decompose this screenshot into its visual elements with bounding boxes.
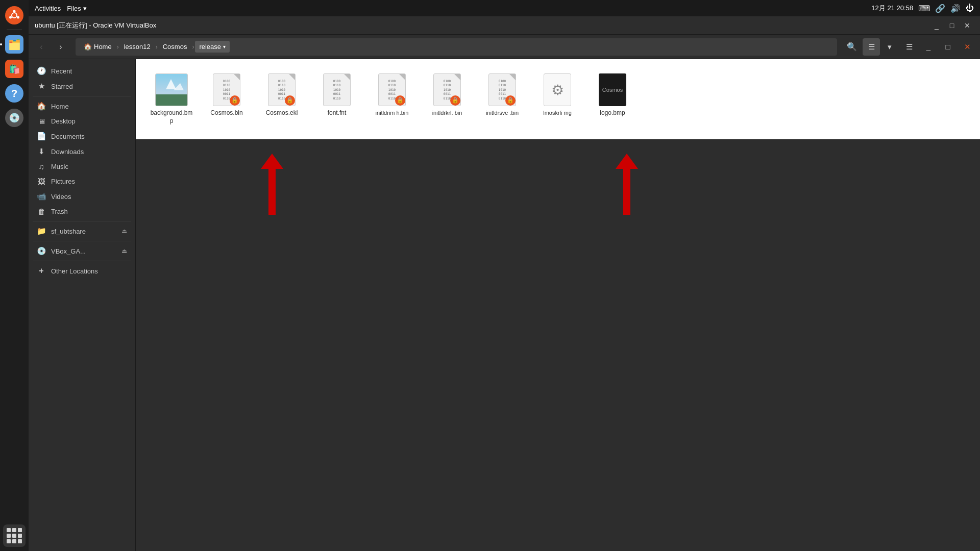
- search-button[interactable]: 🔍: [843, 38, 861, 56]
- arrow-background-bmp: [261, 154, 283, 215]
- breadcrumb-dropdown-icon[interactable]: ▾: [223, 44, 226, 49]
- file-corner-initldrsve: [509, 74, 516, 80]
- initldrimh-bin-icon: 01000110101000110110 🔒: [376, 73, 408, 106]
- svg-rect-5: [156, 94, 188, 106]
- initldrkrl-bin-label: initldrkrl. bin: [432, 109, 462, 116]
- file-lmoskrlimg[interactable]: ⚙ lmoskrli mg: [532, 69, 583, 129]
- sidebar-item-documents[interactable]: 📄 Documents: [29, 129, 135, 144]
- binary-file-icon-fnt: 01000110101000110110: [323, 73, 351, 106]
- background-bmp-label: background.bmp: [150, 109, 193, 125]
- network-icon[interactable]: 🔗: [935, 4, 945, 13]
- forward-button[interactable]: ›: [52, 38, 69, 56]
- sidebar-item-home[interactable]: 🏠 Home: [29, 98, 135, 114]
- sf-ubtshare-icon: 📁: [37, 227, 46, 236]
- sidebar-item-music[interactable]: ♫ Music: [29, 159, 135, 174]
- dock-show-apps-button[interactable]: [3, 524, 26, 547]
- dock-help[interactable]: ?: [3, 82, 26, 105]
- window-maximize-button[interactable]: □: [945, 19, 959, 32]
- initldrimh-bin-label: initldrim h.bin: [376, 109, 409, 116]
- home-sidebar-icon: 🏠: [37, 102, 46, 111]
- dock-files[interactable]: 🗂️: [3, 33, 26, 56]
- dock-ubuntu-logo[interactable]: [3, 4, 26, 27]
- activities-button[interactable]: Activities: [35, 5, 61, 12]
- sidebar-item-vboxga[interactable]: 💿 VBox_GA... ⏏: [29, 243, 135, 259]
- file-logo-bmp[interactable]: Cosmos logo.bmp: [587, 69, 638, 129]
- breadcrumb-lesson12[interactable]: lesson12: [120, 41, 155, 53]
- svg-point-3: [9, 16, 12, 19]
- view-options-button[interactable]: ▾: [881, 38, 898, 56]
- sidebar-downloads-label: Downloads: [51, 148, 84, 156]
- sidebar-item-downloads[interactable]: ⬇ Downloads: [29, 144, 135, 159]
- sidebar-item-starred[interactable]: ★ Starred: [29, 79, 135, 94]
- toolbar-maximize-button[interactable]: □: [939, 38, 957, 56]
- home-icon: 🏠: [84, 43, 92, 51]
- cosmos-bin-label: Cosmos.bin: [210, 109, 242, 117]
- sidebar-item-other-locations[interactable]: + Other Locations: [29, 263, 135, 279]
- cosmos-bin-icon: 01000110101000110110 🔒: [210, 73, 243, 106]
- music-icon: ♫: [37, 162, 46, 171]
- window-close-button[interactable]: ✕: [961, 19, 974, 32]
- sidebar-home-label: Home: [51, 103, 69, 110]
- breadcrumb: 🏠 Home › lesson12 › Cosmos › release ▾: [76, 38, 837, 56]
- logo-bmp-visual: Cosmos: [599, 73, 626, 106]
- recent-icon: 🕐: [37, 66, 46, 76]
- file-initldrimh-bin[interactable]: 01000110101000110110 🔒 initldrim h.bin: [366, 69, 418, 129]
- sidebar-documents-label: Documents: [51, 133, 85, 140]
- activities-bar: Activities Files ▾ 12月 21 20:58 ⌨ 🔗 🔊 ⏻: [29, 0, 980, 16]
- vboxga-eject-button[interactable]: ⏏: [121, 247, 127, 255]
- gear-icon: ⚙: [551, 82, 564, 98]
- cosmos-eki-icon: 01000110101000110110 🔒: [265, 73, 298, 106]
- file-initldrsve-bin[interactable]: 01000110101000110110 🔒 initldrsve .bin: [477, 69, 528, 129]
- sidebar-divider-2: [33, 221, 131, 221]
- file-initldrkrl-bin[interactable]: 01000110101000110110 🔒 initldrkrl. bin: [422, 69, 473, 129]
- files-menu[interactable]: Files ▾: [67, 5, 86, 12]
- file-cosmos-bin[interactable]: 01000110101000110110 🔒 Cosmos.bin: [201, 69, 252, 129]
- file-cosmos-eki[interactable]: 01000110101000110110 🔒 Cosmos.eki: [256, 69, 307, 129]
- files-menu-label: Files: [67, 5, 81, 12]
- list-view-button[interactable]: ☰: [863, 38, 880, 56]
- sidebar-sf-ubtshare-label: sf_ubtshare: [51, 228, 86, 235]
- file-font-fnt[interactable]: 01000110101000110110 font.fnt: [311, 69, 362, 129]
- breadcrumb-release[interactable]: release ▾: [195, 41, 230, 53]
- sf-ubtshare-eject-button[interactable]: ⏏: [121, 228, 127, 235]
- sidebar-item-pictures[interactable]: 🖼 Pictures: [29, 174, 135, 189]
- breadcrumb-cosmos[interactable]: Cosmos: [159, 41, 191, 53]
- toolbar: ‹ › 🏠 Home › lesson12 › Cosmos › release…: [29, 35, 980, 59]
- sidebar-pictures-label: Pictures: [51, 178, 75, 185]
- toolbar-minimize-button[interactable]: _: [920, 38, 937, 56]
- menu-button[interactable]: ☰: [900, 38, 918, 56]
- file-background-bmp[interactable]: background.bmp: [146, 69, 197, 129]
- back-button[interactable]: ‹: [33, 38, 50, 56]
- binary-file-icon: 01000110101000110110 🔒: [213, 73, 240, 106]
- dock: 🗂️ 🛍️ ? 💿: [0, 0, 29, 551]
- file-corner: [234, 74, 240, 80]
- dock-cd[interactable]: 💿: [3, 107, 26, 129]
- pictures-icon: 🖼: [37, 177, 46, 186]
- keyboard-icon[interactable]: ⌨: [918, 4, 930, 13]
- window-controls: _ □ ✕: [930, 19, 974, 32]
- file-corner-fnt: [344, 74, 350, 80]
- sidebar: 🕐 Recent ★ Starred 🏠 Home 🖥 Desktop 📄 Do…: [29, 59, 136, 551]
- power-icon[interactable]: ⏻: [966, 4, 974, 13]
- logo-bmp-label: logo.bmp: [600, 109, 625, 117]
- trash-icon: 🗑: [37, 207, 46, 216]
- documents-icon: 📄: [37, 132, 46, 141]
- sidebar-item-recent[interactable]: 🕐 Recent: [29, 63, 135, 79]
- sidebar-item-sf-ubtshare[interactable]: 📁 sf_ubtshare ⏏: [29, 223, 135, 239]
- arrow-head-2: [616, 154, 638, 169]
- breadcrumb-home[interactable]: 🏠 Home: [80, 41, 116, 53]
- toolbar-close-button[interactable]: ✕: [959, 38, 976, 56]
- main-layout: 🕐 Recent ★ Starred 🏠 Home 🖥 Desktop 📄 Do…: [29, 59, 980, 551]
- sidebar-item-desktop[interactable]: 🖥 Desktop: [29, 114, 135, 129]
- volume-icon[interactable]: 🔊: [950, 4, 961, 13]
- window-minimize-button[interactable]: _: [930, 19, 943, 32]
- sidebar-item-trash[interactable]: 🗑 Trash: [29, 204, 135, 219]
- sidebar-item-videos[interactable]: 📹 Videos: [29, 189, 135, 204]
- datetime: 12月 21 20:58: [871, 4, 913, 13]
- breadcrumb-sep1: ›: [117, 43, 119, 51]
- dock-separator: [7, 30, 22, 30]
- initldrkrl-bin-icon: 01000110101000110110 🔒: [431, 73, 463, 106]
- desktop-icon: 🖥: [37, 117, 46, 126]
- dock-ubuntu-software[interactable]: 🛍️: [3, 58, 26, 80]
- file-corner-eki: [289, 74, 295, 80]
